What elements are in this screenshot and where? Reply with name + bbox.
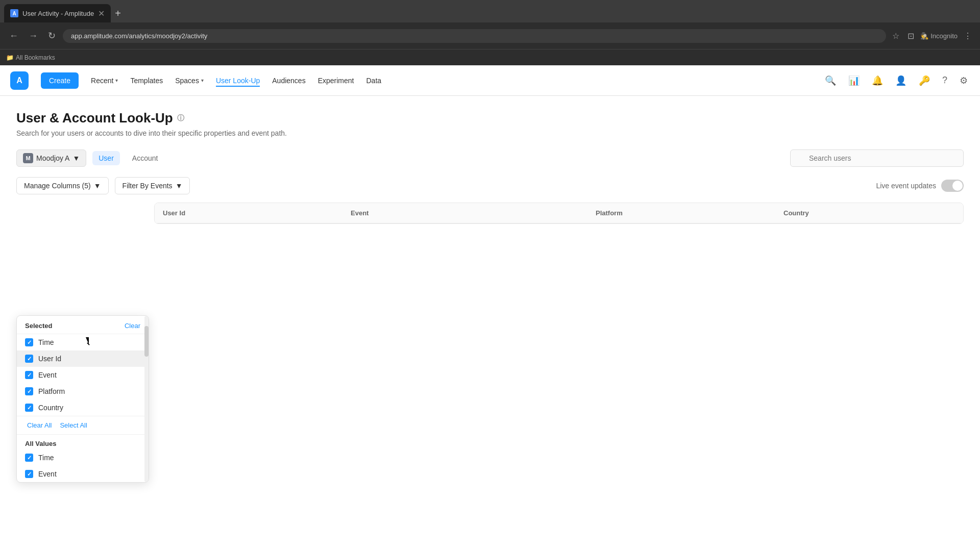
column-label-country-selected: Country [38, 404, 63, 412]
user-tab-btn[interactable]: User [92, 151, 120, 165]
checkbox-time-selected[interactable] [25, 338, 33, 346]
checkbox-event-all[interactable] [25, 470, 33, 478]
toolbar: Manage Columns (5) ▼ Filter By Events ▼ … [16, 177, 964, 194]
col-header-event: Event [342, 203, 587, 223]
help-icon-btn[interactable]: ? [940, 73, 949, 88]
extensions-btn[interactable]: ⋮ [962, 29, 974, 43]
spaces-chevron: ▾ [201, 78, 204, 83]
selected-section-title: Selected [25, 322, 52, 330]
nav-audiences[interactable]: Audiences [272, 74, 305, 87]
column-item-time-all[interactable]: Time [17, 449, 149, 466]
nav-data[interactable]: Data [366, 74, 381, 87]
col-header-userid: User Id [155, 203, 342, 223]
recent-chevron: ▾ [115, 78, 118, 83]
column-label-time-all: Time [38, 454, 54, 462]
user-account-row: M Moodjoy A ▼ User Account 🔍 [16, 149, 964, 167]
app-container: A Create Recent ▾ Templates Spaces ▾ Use… [0, 65, 980, 516]
all-values-section-title: All Values [17, 435, 149, 449]
nav-icons: 🔍 📊 🔔 👤 🔑 ? ⚙ [823, 73, 970, 88]
column-item-time-selected[interactable]: Time [17, 334, 149, 350]
amplitude-logo: A [10, 71, 29, 90]
column-label-event-all: Event [38, 470, 57, 478]
bookmarks-folder-icon: 📁 [6, 54, 14, 61]
workspace-selector[interactable]: M Moodjoy A ▼ [16, 149, 86, 167]
tab-title: User Activity - Amplitude [22, 10, 94, 17]
column-label-event-selected: Event [38, 371, 57, 379]
dropdown-actions: Clear All Select All [17, 416, 149, 435]
workspace-avatar: M [23, 153, 33, 163]
nav-spaces[interactable]: Spaces ▾ [175, 74, 204, 87]
incognito-icon: 🕵 [920, 32, 928, 40]
info-icon[interactable]: ⓘ [177, 114, 184, 123]
page-title: User & Account Look-Up ⓘ [16, 110, 964, 126]
manage-columns-dropdown: Selected Clear Time User Id Event [16, 315, 149, 483]
new-tab-btn[interactable]: + [111, 6, 125, 21]
checkbox-country-selected[interactable] [25, 404, 33, 412]
user-account-left: M Moodjoy A ▼ User Account [16, 149, 164, 167]
checkbox-platform-selected[interactable] [25, 387, 33, 395]
select-all-btn[interactable]: Select All [58, 420, 89, 430]
user-icon-btn[interactable]: 👤 [893, 73, 909, 88]
checkbox-event-selected[interactable] [25, 371, 33, 379]
top-nav: A Create Recent ▾ Templates Spaces ▾ Use… [0, 65, 980, 96]
live-events-label: Live event updates [876, 182, 936, 190]
search-icon-btn[interactable]: 🔍 [823, 73, 838, 88]
settings-icon-btn[interactable]: ⚙ [958, 73, 970, 88]
browser-actions: ☆ ⊡ 🕵 Incognito ⋮ [890, 29, 974, 43]
page-subtitle: Search for your users or accounts to div… [16, 129, 964, 137]
checkbox-userid-selected[interactable] [25, 355, 33, 363]
column-label-platform-selected: Platform [38, 387, 65, 395]
key-icon-btn[interactable]: 🔑 [917, 73, 932, 88]
tab-favicon: A [10, 9, 18, 17]
clear-all-btn[interactable]: Clear All [25, 420, 54, 430]
star-btn[interactable]: ☆ [890, 29, 901, 43]
nav-experiment[interactable]: Experiment [318, 74, 354, 87]
live-events-toggle[interactable] [941, 180, 964, 192]
back-btn[interactable]: ← [6, 29, 21, 43]
chart-icon-btn[interactable]: 📊 [846, 73, 862, 88]
bell-icon-btn[interactable]: 🔔 [870, 73, 885, 88]
table-header: User Id Event Platform Country [155, 203, 963, 223]
forward-btn[interactable]: → [26, 29, 41, 43]
nav-recent[interactable]: Recent ▾ [91, 74, 118, 87]
page-content: User & Account Look-Up ⓘ Search for your… [0, 96, 980, 516]
nav-user-lookup[interactable]: User Look-Up [216, 74, 260, 87]
search-wrapper: 🔍 [790, 149, 964, 167]
table-area: User Id Event Platform Country [154, 203, 964, 224]
manage-columns-chevron: ▼ [94, 182, 101, 190]
column-label-userid-selected: User Id [38, 355, 61, 363]
dropdown-scrollbar[interactable] [144, 316, 149, 482]
tab-close-btn[interactable]: ✕ [98, 9, 105, 18]
selected-section-header: Selected Clear [17, 316, 149, 334]
column-item-userid-selected[interactable]: User Id [17, 350, 149, 367]
filter-events-btn[interactable]: Filter By Events ▼ [115, 177, 190, 194]
col-header-platform: Platform [587, 203, 775, 223]
incognito-indicator: 🕵 Incognito [920, 32, 958, 40]
column-item-event-selected[interactable]: Event [17, 367, 149, 383]
url-text: app.amplitude.com/analytics/moodjoy2/act… [71, 32, 207, 40]
account-tab-btn[interactable]: Account [126, 151, 164, 165]
clear-selected-btn[interactable]: Clear [125, 322, 140, 330]
live-events-row: Live event updates [876, 180, 964, 192]
browser-controls: ← → ↻ app.amplitude.com/analytics/moodjo… [0, 22, 980, 49]
column-item-event-all[interactable]: Event [17, 466, 149, 482]
column-item-country-selected[interactable]: Country [17, 399, 149, 416]
scroll-thumb [144, 326, 149, 357]
nav-templates[interactable]: Templates [130, 74, 163, 87]
address-bar[interactable]: app.amplitude.com/analytics/moodjoy2/act… [63, 29, 886, 43]
workspace-chevron: ▼ [72, 154, 80, 162]
filter-events-chevron: ▼ [176, 182, 183, 190]
search-users-input[interactable] [790, 149, 964, 167]
manage-columns-btn[interactable]: Manage Columns (5) ▼ [16, 177, 109, 194]
bookmarks-item[interactable]: 📁 All Bookmarks [6, 54, 55, 61]
active-tab[interactable]: A User Activity - Amplitude ✕ [4, 4, 111, 22]
cast-btn[interactable]: ⊡ [905, 29, 916, 43]
tab-bar: A User Activity - Amplitude ✕ + [0, 0, 980, 22]
column-label-time-selected: Time [38, 338, 54, 346]
browser-chrome: A User Activity - Amplitude ✕ + ← → ↻ ap… [0, 0, 980, 65]
refresh-btn[interactable]: ↻ [45, 28, 59, 43]
bookmarks-bar: 📁 All Bookmarks [0, 49, 980, 65]
column-item-platform-selected[interactable]: Platform [17, 383, 149, 399]
checkbox-time-all[interactable] [25, 454, 33, 462]
create-button[interactable]: Create [41, 72, 79, 89]
